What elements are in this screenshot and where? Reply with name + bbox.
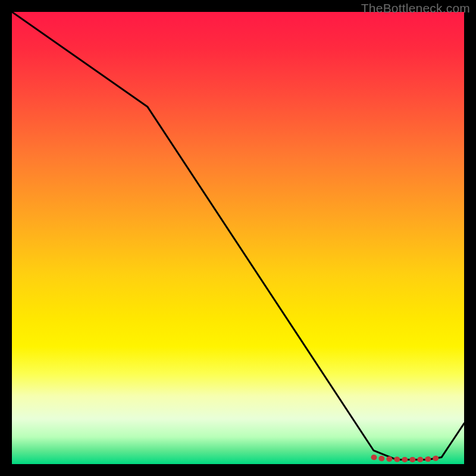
chart-plot-area (12, 12, 464, 464)
chart-container: TheBottleneck.com (0, 0, 476, 476)
watermark-text: TheBottleneck.com (361, 1, 470, 15)
